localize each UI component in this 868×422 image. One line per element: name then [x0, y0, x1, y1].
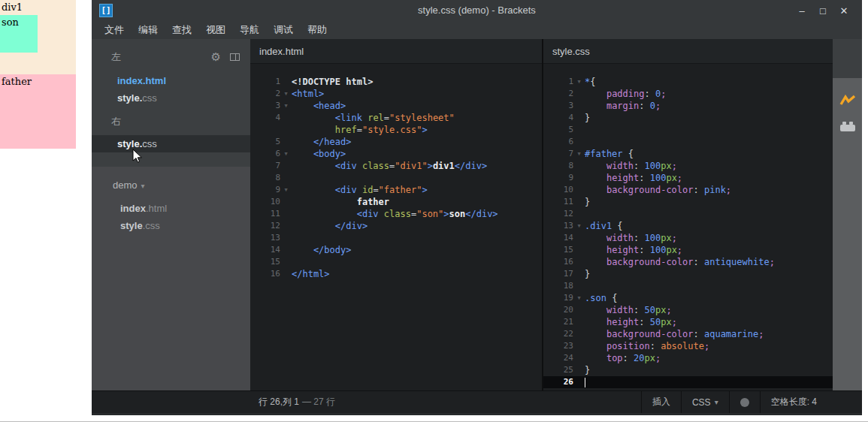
fold-gutter — [573, 244, 585, 256]
code-text: </html> — [292, 268, 542, 280]
code-line[interactable]: 14 </body> — [250, 244, 542, 256]
code-line[interactable]: 26 — [543, 376, 833, 388]
fold-gutter — [280, 196, 292, 208]
code-line[interactable]: 12 — [543, 208, 833, 220]
code-line[interactable]: 7▼#father { — [543, 148, 833, 160]
code-line[interactable]: 4 <link rel="stylesheet" — [250, 112, 542, 124]
code-line[interactable]: 5 — [543, 124, 833, 136]
code-line[interactable]: 18 — [543, 280, 833, 292]
code-line[interactable]: 16</html> — [250, 268, 542, 280]
code-line[interactable]: 11 <div class="son">son</div> — [250, 208, 542, 220]
code-text — [585, 208, 833, 220]
code-line[interactable]: 5 </head> — [250, 136, 542, 148]
menu-item[interactable]: 视图 — [206, 23, 225, 37]
code-area-right[interactable]: 1▼*{2 padding: 0;3 margin: 0;4}567▼#fath… — [543, 64, 833, 390]
text-cursor — [585, 378, 585, 387]
project-dropdown[interactable]: demo▾ — [92, 176, 250, 195]
line-number: 6 — [250, 148, 280, 160]
fold-gutter — [573, 256, 585, 268]
working-file-item[interactable]: style.css — [92, 89, 250, 107]
extension-manager-icon[interactable] — [840, 122, 855, 131]
code-line[interactable]: 14 width: 100px; — [543, 232, 833, 244]
code-line[interactable]: 2 padding: 0; — [543, 88, 833, 100]
lint-status-indicator[interactable] — [729, 391, 760, 413]
code-line[interactable]: 23 position: absolute; — [543, 340, 833, 352]
code-area-left[interactable]: 1<!DOCTYPE html>2▼<html>3▼ <head>4 <link… — [250, 64, 542, 390]
code-line[interactable]: 15 height: 100px; — [543, 244, 833, 256]
menu-item[interactable]: 帮助 — [307, 23, 327, 37]
code-line[interactable]: 13▼.div1 { — [543, 220, 833, 232]
fold-arrow-icon[interactable]: ▼ — [573, 76, 585, 88]
code-line[interactable]: 13 — [250, 232, 542, 244]
menu-item[interactable]: 文件 — [104, 23, 124, 37]
code-line[interactable]: 25} — [543, 364, 833, 376]
code-line[interactable]: 4} — [543, 112, 833, 124]
chevron-down-icon: ▾ — [715, 398, 718, 406]
project-file-item[interactable]: style.css — [92, 217, 250, 234]
insert-mode-indicator[interactable]: 插入 — [641, 391, 681, 413]
code-line[interactable]: 16 background-color: antiquewhite; — [543, 256, 833, 268]
close-button[interactable]: ✕ — [833, 5, 854, 17]
indent-size-setting[interactable]: 空格长度: 4 — [760, 391, 827, 413]
code-line[interactable]: 15 — [250, 256, 542, 268]
gear-icon[interactable]: ⚙ — [211, 50, 221, 64]
fold-arrow-icon[interactable]: ▼ — [280, 148, 292, 160]
menu-item[interactable]: 编辑 — [138, 23, 158, 37]
fold-arrow-icon[interactable]: ▼ — [280, 184, 292, 196]
code-line[interactable]: 6▼ <body> — [250, 148, 542, 160]
code-line[interactable]: 3 margin: 0; — [543, 100, 833, 112]
code-text: background-color: antiquewhite; — [585, 256, 833, 268]
minimize-button[interactable]: – — [791, 5, 812, 17]
code-line[interactable]: 3▼ <head> — [250, 100, 542, 112]
language-selector[interactable]: CSS ▾ — [681, 391, 729, 413]
menu-item[interactable]: 查找 — [172, 23, 192, 37]
fold-gutter — [573, 160, 585, 172]
code-line[interactable]: 7 <div class="div1">div1</div> — [250, 160, 542, 172]
code-line[interactable]: 12 </div> — [250, 220, 542, 232]
code-text: <body> — [292, 148, 542, 160]
code-text: width: 50px; — [585, 304, 833, 316]
code-text: <link rel="stylesheet" — [292, 112, 542, 124]
working-file-item[interactable]: index.html — [92, 72, 250, 89]
fold-arrow-icon[interactable]: ▼ — [280, 88, 292, 100]
code-line[interactable]: 1▼*{ — [543, 76, 833, 88]
code-line[interactable]: 22 background-color: aquamarine; — [543, 328, 833, 340]
code-line[interactable]: 24 top: 20px; — [543, 352, 833, 364]
project-file-item[interactable]: index.html — [92, 200, 250, 217]
code-line[interactable]: 6 — [543, 136, 833, 148]
menu-item[interactable]: 导航 — [240, 23, 259, 37]
code-line[interactable]: 1<!DOCTYPE html> — [250, 76, 542, 88]
menu-item[interactable]: 调试 — [274, 23, 293, 37]
code-line[interactable]: 20 width: 50px; — [543, 304, 833, 316]
code-text: padding: 0; — [585, 88, 833, 100]
code-line[interactable]: 9▼ <div id="father"> — [250, 184, 542, 196]
code-text: #father { — [585, 148, 833, 160]
code-line[interactable]: 11} — [543, 196, 833, 208]
live-preview-icon[interactable] — [839, 95, 856, 110]
split-view-icon[interactable] — [230, 53, 240, 61]
code-line[interactable]: 8 — [250, 172, 542, 184]
fold-arrow-icon[interactable]: ▼ — [573, 292, 585, 304]
code-line[interactable]: 8 width: 100px; — [543, 160, 833, 172]
code-line[interactable]: 21 height: 50px; — [543, 316, 833, 328]
pane-right-filename: style.css — [543, 39, 833, 64]
line-number: 9 — [543, 172, 573, 184]
working-file-item[interactable]: style.css — [92, 135, 250, 152]
fold-arrow-icon[interactable]: ▼ — [280, 100, 292, 112]
fold-arrow-icon[interactable]: ▼ — [573, 148, 585, 160]
title-bar: [] style.css (demo) - Brackets – □ ✕ — [92, 0, 862, 21]
code-line[interactable]: href="style.css"> — [250, 124, 542, 136]
fold-gutter — [280, 136, 292, 148]
fold-arrow-icon[interactable]: ▼ — [573, 220, 585, 232]
line-number: 11 — [250, 208, 280, 220]
code-line[interactable]: 2▼<html> — [250, 88, 542, 100]
code-line[interactable]: 17} — [543, 268, 833, 280]
maximize-button[interactable]: □ — [812, 5, 833, 17]
screen: div1 father son [] style.css (demo) - Br… — [0, 0, 868, 422]
code-line[interactable]: 9 height: 100px; — [543, 172, 833, 184]
code-text: } — [585, 364, 833, 376]
code-line[interactable]: 10 background-color: pink; — [543, 184, 833, 196]
file-name: index.html — [117, 75, 166, 86]
code-line[interactable]: 10 father — [250, 196, 542, 208]
code-line[interactable]: 19▼.son { — [543, 292, 833, 304]
